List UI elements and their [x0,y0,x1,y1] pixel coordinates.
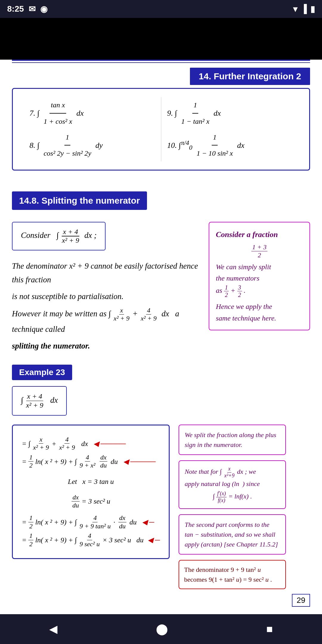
working-let-line: Let x = 3 tan u [22,471,160,492]
nav-back-button[interactable]: ◀ [49,623,58,635]
nav-recent-button[interactable]: ■ [266,623,273,635]
page-content: 14. Further Integration 2 7. ∫ tan x 1 +… [0,60,322,644]
example-badge: Example 23 [12,356,310,386]
hint-box: Consider a fraction 1 + 3 2 We can simpl… [209,222,310,330]
working-box: = ∫ x x² + 9 + 4 x² + 9 dx ◀ ───── = [12,425,170,559]
working-line-2: = 1 2 ln(x² + 9) + ∫ 4 9 + x² dx du du [22,453,160,470]
annotation-2: Note that for ∫ x x²+9 dx ; we apply nat… [179,460,286,509]
exercise-9: 9. ∫ 1 1 − tan² x dx [167,97,293,129]
annotation-3: The second part conforms to the tan − su… [179,514,286,555]
time-display: 8:25 [7,4,24,14]
top-black-bar [0,18,322,57]
consider-box: Consider ∫ x + 4 x² + 9 dx ; [12,222,106,250]
status-bar: 8:25 ✉ ◉ ▾ ▐ ▮ [0,0,322,18]
exercises-col-left: 7. ∫ tan x 1 + cos² x dx 8. ∫ 1 cos² 2y … [24,97,161,161]
status-right: ▾ ▐ ▮ [293,4,315,14]
main-right: Consider a fraction 1 + 3 2 We can simpl… [209,222,310,356]
email-icon: ✉ [29,4,35,14]
working-dxdu-line: dx du = 3 sec² u [22,493,160,513]
main-left: Consider ∫ x + 4 x² + 9 dx ; The denomin… [12,222,200,356]
body-text-1: The denominator x² + 9 cannot be easily … [12,259,200,287]
body-text-4: splitting the numerator. [12,339,200,353]
content-area: 14. Further Integration 2 7. ∫ tan x 1 +… [0,60,322,644]
annotation-4: The denominator 9 + 9 tan² u becomes 9(1… [179,560,286,589]
exercise-8: 8. ∫ 1 cos² 2y − sin² 2y dy [30,129,155,162]
nav-home-button[interactable]: ⬤ [156,623,168,635]
chapter-title-badge: 14. Further Integration 2 [190,68,310,85]
working-line-3: = 1 2 ln(x² + 9) + ∫ 4 9 + 9 tan² u · dx… [22,514,160,530]
solution-right: We split the fraction along the plus sig… [179,425,286,589]
solution-area: = ∫ x x² + 9 + 4 x² + 9 dx ◀ ───── = [12,425,310,589]
exercises-box: 7. ∫ tan x 1 + cos² x dx 8. ∫ 1 cos² 2y … [12,88,310,171]
page-number: 29 [292,594,310,607]
nav-bar: ◀ ⬤ ■ [0,614,322,644]
page-num-area: 29 [12,589,310,612]
battery-icon: ▮ [310,4,315,14]
body-text-2: is not susceptible to partialisation. [12,290,200,304]
problem-box: ∫ x + 4 x² + 9 dx [12,386,67,416]
annotation-1: We split the fraction along the plus sig… [179,425,286,455]
working-line-4: = 1 2 ln(x² + 9) + ∫ 4 9 sec² u × 3 sec²… [22,532,160,548]
status-left: 8:25 ✉ ◉ [7,4,47,14]
wifi-icon: ▾ [293,4,297,14]
body-text-3: However it may be written as ∫ x x² + 9 … [12,306,200,336]
exercise-10: 10. ∫π/40 1 1 − 10 sin² x dx [167,129,293,162]
exercise-7: 7. ∫ tan x 1 + cos² x dx [30,97,155,129]
main-content-row: Consider ∫ x + 4 x² + 9 dx ; The denomin… [12,222,310,356]
record-icon: ◉ [40,4,47,14]
section-heading: 14.8. Splitting the numerator [12,182,310,219]
working-line-1: = ∫ x x² + 9 + 4 x² + 9 dx ◀ ───── [22,436,160,452]
signal-icon: ▐ [301,4,307,14]
exercises-col-right: 9. ∫ 1 1 − tan² x dx 10. ∫π/40 1 1 − 10 … [161,97,299,161]
chapter-title-bar: 14. Further Integration 2 [12,63,310,88]
